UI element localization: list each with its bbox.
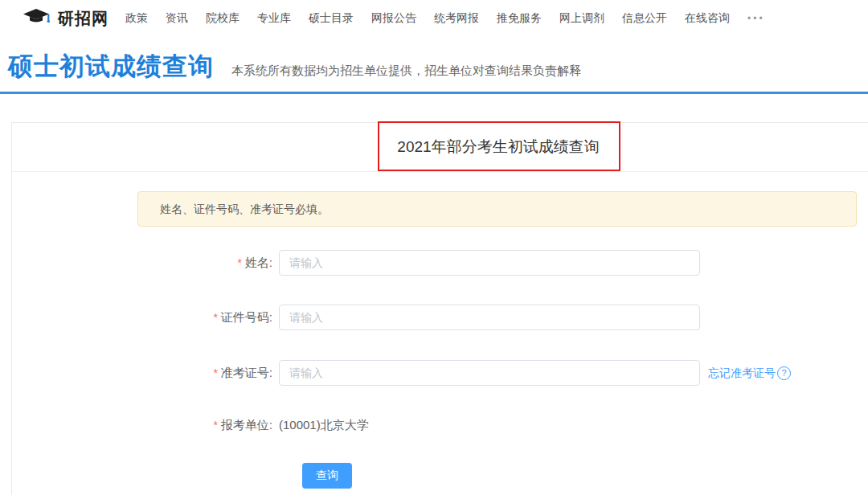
nav-item-exemption-service[interactable]: 推免服务 — [488, 11, 551, 26]
page-header: 硕士初试成绩查询 本系统所有数据均为招生单位提供，招生单位对查询结果负责解释 — [0, 37, 868, 92]
forgot-ticket-link[interactable]: 忘记准考证号? — [708, 360, 791, 386]
page-title: 硕士初试成绩查询 — [8, 50, 214, 84]
card-header: 2021年部分考生初试成绩查询 — [12, 123, 868, 172]
query-button[interactable]: 查询 — [302, 463, 352, 489]
nav-item-info-disclosure[interactable]: 信息公开 — [613, 11, 676, 26]
site-logo[interactable]: 研招网 — [23, 8, 108, 30]
required-marker: * — [237, 256, 241, 269]
nav-item-major-library[interactable]: 专业库 — [248, 11, 300, 26]
question-mark-icon[interactable]: ? — [777, 366, 791, 380]
nav-item-unified-exam-report[interactable]: 统考网报 — [425, 11, 488, 26]
nav-item-online-adjustment[interactable]: 网上调剂 — [551, 11, 613, 26]
nav-item-policy[interactable]: 政策 — [117, 11, 157, 26]
nav-menu: 政策 资讯 院校库 专业库 硕士目录 网报公告 统考网报 推免服务 网上调剂 信… — [117, 11, 774, 26]
id-number-input[interactable] — [279, 305, 700, 330]
nav-item-news[interactable]: 资讯 — [157, 11, 197, 26]
required-marker: * — [213, 366, 217, 379]
form-title: 2021年部分考生初试成绩查询 — [12, 123, 868, 171]
page: 研招网 政策 资讯 院校库 专业库 硕士目录 网报公告 统考网报 推免服务 网上… — [0, 0, 868, 495]
name-input[interactable] — [279, 250, 700, 276]
required-fields-notice: 姓名、证件号码、准考证号必填。 — [137, 191, 857, 227]
form-row-institution: *报考单位: (10001)北京大学 — [12, 412, 868, 438]
form-row-name: *姓名: — [12, 250, 868, 276]
top-navigation: 研招网 政策 资讯 院校库 专业库 硕士目录 网报公告 统考网报 推免服务 网上… — [0, 0, 868, 38]
graduation-cap-icon — [23, 8, 51, 29]
form-row-id-number: *证件号码: — [12, 305, 868, 330]
notice-text: 姓名、证件号码、准考证号必填。 — [138, 192, 856, 226]
page-subtitle: 本系统所有数据均为招生单位提供，招生单位对查询结果负责解释 — [231, 63, 581, 79]
nav-item-online-consult[interactable]: 在线咨询 — [676, 11, 739, 26]
required-marker: * — [213, 311, 217, 324]
query-card: 2021年部分考生初试成绩查询 姓名、证件号码、准考证号必填。 *姓名: *证件… — [11, 122, 868, 495]
name-label: *姓名: — [12, 250, 272, 276]
admission-ticket-label: *准考证号: — [12, 360, 272, 386]
nav-more-icon[interactable]: ••• — [739, 13, 774, 24]
nav-item-master-catalog[interactable]: 硕士目录 — [300, 11, 362, 26]
nav-item-college-library[interactable]: 院校库 — [197, 11, 248, 26]
institution-label: *报考单位: — [12, 412, 272, 438]
logo-text: 研招网 — [58, 8, 108, 30]
blue-divider — [0, 92, 868, 94]
id-number-label: *证件号码: — [12, 305, 272, 330]
required-marker: * — [213, 419, 217, 432]
institution-value: (10001)北京大学 — [279, 412, 369, 438]
admission-ticket-input[interactable] — [279, 360, 700, 386]
form-row-admission-ticket: *准考证号: 忘记准考证号? — [12, 360, 868, 386]
nav-item-online-report-notice[interactable]: 网报公告 — [362, 11, 425, 26]
